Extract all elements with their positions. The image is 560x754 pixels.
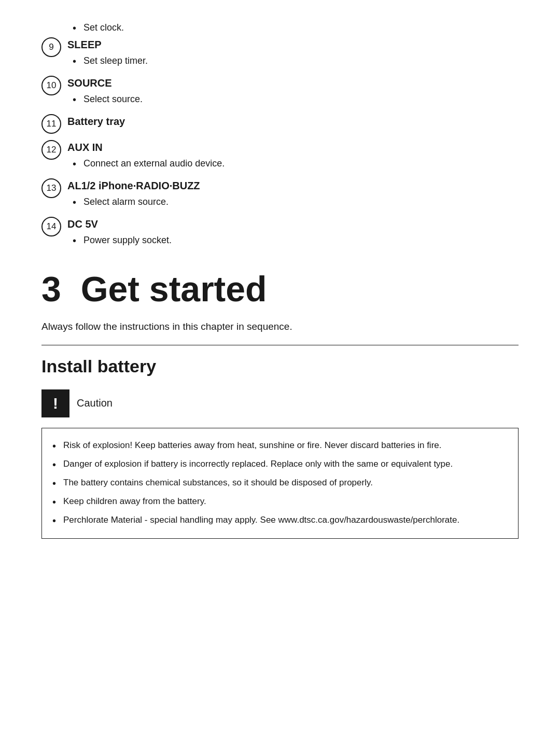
- circle-number-10: 10: [41, 76, 61, 95]
- caution-list-item: The battery contains chemical substances…: [52, 476, 503, 491]
- item-content-9: SLEEP Set sleep timer.: [67, 36, 519, 69]
- caution-icon: [41, 389, 69, 417]
- bullet-list-13: Select alarm source.: [73, 195, 519, 210]
- intro-bullet-text: Set clock.: [83, 21, 124, 35]
- caution-list-item: Keep children away from the battery.: [52, 495, 503, 509]
- circle-number-11: 11: [41, 114, 61, 134]
- item-content-11: Battery tray: [67, 113, 519, 130]
- intro-bullet-item: Set clock.: [73, 21, 519, 35]
- numbered-item-10: 10 SOURCE Select source.: [41, 75, 519, 108]
- caution-label: Caution: [77, 397, 113, 409]
- bullet-list-14: Power supply socket.: [73, 233, 519, 248]
- numbered-item-9: 9 SLEEP Set sleep timer.: [41, 36, 519, 69]
- bullet-item: Power supply socket.: [73, 233, 519, 248]
- section-heading: Install battery: [41, 356, 519, 377]
- item-title-13: AL1/2 iPhone·RADIO·BUZZ: [67, 177, 519, 194]
- caution-block: Caution: [41, 389, 519, 417]
- circle-number-12: 12: [41, 140, 61, 160]
- bullet-list-10: Select source.: [73, 92, 519, 107]
- numbered-item-14: 14 DC 5V Power supply socket.: [41, 216, 519, 249]
- section-divider: [41, 345, 519, 345]
- numbered-item-13: 13 AL1/2 iPhone·RADIO·BUZZ Select alarm …: [41, 177, 519, 211]
- item-content-10: SOURCE Select source.: [67, 75, 519, 108]
- circle-number-14: 14: [41, 217, 61, 236]
- caution-list-item: Risk of explosion! Keep batteries away f…: [52, 439, 503, 453]
- item-title-10: SOURCE: [67, 75, 519, 91]
- circle-number-13: 13: [41, 178, 61, 198]
- numbered-list: 9 SLEEP Set sleep timer. 10 SOURCE Selec…: [41, 36, 519, 249]
- bullet-list-9: Set sleep timer.: [73, 54, 519, 68]
- item-title-14: DC 5V: [67, 216, 519, 232]
- bullet-item: Select source.: [73, 92, 519, 107]
- item-title-11: Battery tray: [67, 113, 519, 130]
- bullet-item: Select alarm source.: [73, 195, 519, 210]
- numbered-item-11: 11 Battery tray: [41, 113, 519, 134]
- item-content-14: DC 5V Power supply socket.: [67, 216, 519, 249]
- caution-box: Risk of explosion! Keep batteries away f…: [41, 428, 519, 539]
- bullet-item: Set sleep timer.: [73, 54, 519, 68]
- caution-list-item: Danger of explosion if battery is incorr…: [52, 457, 503, 472]
- item-title-9: SLEEP: [67, 36, 519, 53]
- caution-list: Risk of explosion! Keep batteries away f…: [52, 439, 503, 528]
- item-content-12: AUX IN Connect an external audio device.: [67, 139, 519, 172]
- item-content-13: AL1/2 iPhone·RADIO·BUZZ Select alarm sou…: [67, 177, 519, 211]
- chapter-intro: Always follow the instructions in this c…: [41, 319, 519, 334]
- caution-list-item: Perchlorate Material - special handling …: [52, 513, 503, 528]
- circle-number-9: 9: [41, 37, 61, 57]
- bullet-list-12: Connect an external audio device.: [73, 157, 519, 171]
- item-title-12: AUX IN: [67, 139, 519, 156]
- numbered-item-12: 12 AUX IN Connect an external audio devi…: [41, 139, 519, 172]
- chapter-heading: 3 Get started: [41, 270, 519, 309]
- bullet-item: Connect an external audio device.: [73, 157, 519, 171]
